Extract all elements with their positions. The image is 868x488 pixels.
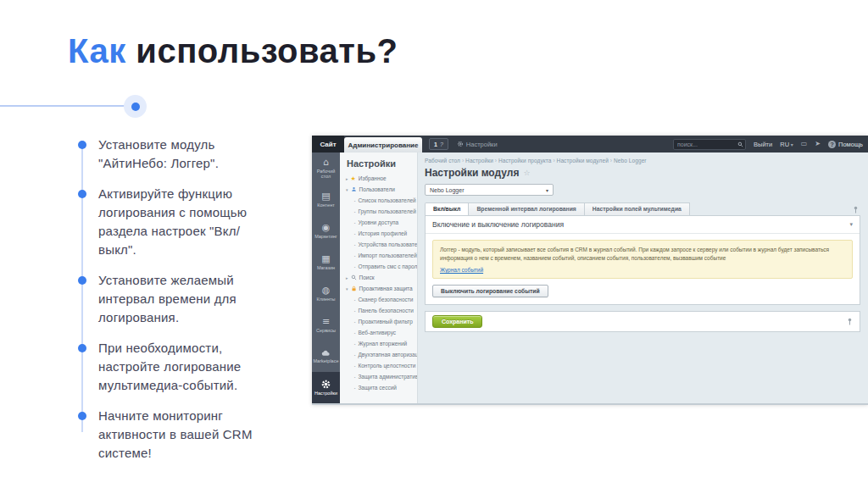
bullet-icon [354, 252, 355, 258]
sidebar-item-intrusion-log[interactable]: Журнал вторжений [340, 338, 417, 349]
sidebar-item-search[interactable]: Поиск [340, 272, 417, 283]
tab-administration[interactable]: Администрирование [344, 137, 422, 152]
bullet-icon [354, 263, 355, 269]
bullet-dot [78, 412, 86, 420]
bullet-icon [354, 385, 355, 391]
bullet-item: Начните мониторинг активности в вашей CR… [78, 407, 266, 463]
event-log-link[interactable]: Журнал событий [440, 267, 483, 273]
marketing-icon: ◉ [322, 223, 331, 232]
save-button[interactable]: Сохранить [432, 315, 482, 328]
favorite-star-icon[interactable]: ☆ [523, 169, 530, 177]
chevron-down-icon[interactable]: ▾ [849, 221, 853, 228]
disable-logging-button[interactable]: Выключить логирование событий [432, 285, 548, 297]
breadcrumb-item: Nebo Logger [614, 158, 647, 164]
pin-icon[interactable] [853, 206, 859, 214]
rail-item-content[interactable]: ▤Контент [312, 184, 340, 215]
chevron-right-icon [346, 274, 348, 280]
bullet-icon [354, 297, 355, 302]
logout-link[interactable]: Выйти [754, 141, 772, 148]
bullet-icon [354, 208, 355, 214]
pin-icon[interactable] [847, 318, 853, 325]
home-icon: ⌂ [323, 158, 329, 167]
title-highlight: Как [68, 32, 126, 69]
document-icon: ▤ [321, 191, 330, 201]
rail-item-marketplace[interactable]: Marketplace [312, 341, 340, 372]
topbar-search [673, 139, 746, 150]
page-title: Как использовать? [68, 32, 398, 70]
topbar-settings-button[interactable]: Настройки [457, 136, 498, 152]
sidebar-item-two-step-auth[interactable]: Двухэтапная авторизация [340, 349, 417, 360]
sidebar-item-favorites[interactable]: ★Избранное [340, 173, 417, 184]
rail-item-services[interactable]: ≡Сервисы [312, 309, 340, 341]
sidebar-item-proactive-protection[interactable]: Проактивная защита [340, 283, 417, 294]
decorative-line [0, 105, 127, 107]
topbar-right-cluster: Выйти RU ▭ ➤ Помощь [673, 136, 868, 152]
sidebar-item-users[interactable]: Пользователи [340, 184, 417, 195]
bullet-icon [354, 319, 355, 324]
section-title: Включение и выключение логирования [432, 220, 564, 229]
rail-item-clients[interactable]: ◍Клиенты [312, 278, 340, 309]
rail-item-desktop[interactable]: ⌂Рабочий стол [312, 152, 340, 184]
sidebar-item-security-scanner[interactable]: Сканер безопасности [340, 294, 417, 305]
bullet-icon [354, 241, 355, 247]
tab-site[interactable]: Сайт [312, 136, 344, 152]
rail-item-marketing[interactable]: ◉Маркетинг [312, 215, 340, 247]
sidebar-item-send-sms[interactable]: Отправить смс с паролями [340, 261, 417, 272]
language-selector[interactable]: RU [780, 141, 793, 148]
breadcrumb-item[interactable]: Настройки [465, 158, 498, 164]
sidebar-item-proactive-filter[interactable]: Проактивный фильтр [340, 316, 417, 327]
basket-icon: ▦ [321, 254, 330, 263]
breadcrumb-item[interactable]: Настройки продукта [498, 158, 557, 164]
admin-topbar: Сайт Администрирование 1 Настройки Выйти… [312, 136, 868, 152]
tab-multimedia-fields[interactable]: Настройки полей мультимедиа [585, 202, 690, 215]
sidebar-item-integrity-control[interactable]: Контроль целостности [340, 360, 417, 371]
bullet-item: Активируйте функцию логирования с помощь… [78, 185, 266, 259]
bullet-item: Установите желаемый интервал времени для… [78, 271, 266, 327]
breadcrumb-item[interactable]: Настройки модулей [557, 158, 614, 164]
sidebar-item-admin-protection[interactable]: Защита административного р... [340, 371, 417, 382]
gear-icon [321, 380, 331, 389]
bullet-dot [78, 190, 86, 198]
bullet-icon [354, 230, 355, 236]
action-footer: Сохранить [425, 311, 860, 332]
rail-item-settings[interactable]: Настройки [312, 372, 340, 403]
sidebar-item-user-groups[interactable]: Группы пользователей [340, 206, 417, 217]
bullet-icon [354, 330, 355, 336]
sidebar-item-session-protection[interactable]: Защита сессий [340, 382, 417, 393]
sidebar-item-user-list[interactable]: Список пользователей [340, 195, 417, 206]
bullet-dot [78, 344, 86, 352]
bullet-item: При необходимости, настройте логирование… [78, 339, 266, 395]
updates-badge[interactable]: 1 [429, 138, 448, 150]
sidebar-item-user-devices[interactable]: Устройства пользователей [340, 239, 417, 250]
tab-on-off[interactable]: Вкл/выкл [425, 202, 469, 215]
help-icon [828, 141, 836, 148]
screenshot-bottom-edge [312, 403, 868, 405]
panel-icon[interactable]: ▭ [801, 141, 808, 147]
settings-sidebar: Настройки ★Избранное Пользователи Список… [340, 152, 418, 405]
chevron-right-icon [346, 175, 348, 181]
bullet-text: При необходимости, настройте логирование… [98, 339, 266, 395]
search-icon[interactable] [737, 141, 743, 147]
updates-count: 1 [434, 141, 437, 147]
sidebar-item-user-import[interactable]: Импорт пользователей [340, 250, 417, 261]
search-input[interactable] [673, 139, 746, 150]
breadcrumb: Рабочий столНастройкиНастройки продуктаН… [425, 158, 860, 164]
bullet-text: Установите желаемый интервал времени для… [98, 271, 266, 327]
sidebar-item-web-antivirus[interactable]: Веб-антивирус [340, 327, 417, 338]
sidebar-item-security-panel[interactable]: Панель безопасности [340, 305, 417, 316]
module-select[interactable]: Nebo Logger [425, 184, 554, 196]
section-header[interactable]: Включение и выключение логирования ▾ [426, 216, 860, 234]
rail-item-shop[interactable]: ▦Магазин [312, 247, 340, 278]
tab-time-interval[interactable]: Временной интервал логирования [469, 202, 584, 215]
chevron-down-icon [346, 286, 348, 291]
bullet-icon [354, 352, 355, 358]
cloud-icon [321, 349, 331, 357]
breadcrumb-item[interactable]: Рабочий стол [425, 158, 465, 164]
sidebar-item-profile-history[interactable]: История профилей [340, 228, 417, 239]
info-box: Логгер - модуль, который записывает все … [432, 240, 853, 279]
module-tabs: Вкл/выкл Временной интервал логирования … [425, 202, 860, 215]
sidebar-item-access-levels[interactable]: Уровни доступа [340, 217, 417, 228]
help-button[interactable]: Помощь [828, 141, 863, 148]
pin-icon[interactable]: ➤ [815, 141, 821, 147]
bullet-text: Начните мониторинг активности в вашей CR… [98, 407, 266, 463]
